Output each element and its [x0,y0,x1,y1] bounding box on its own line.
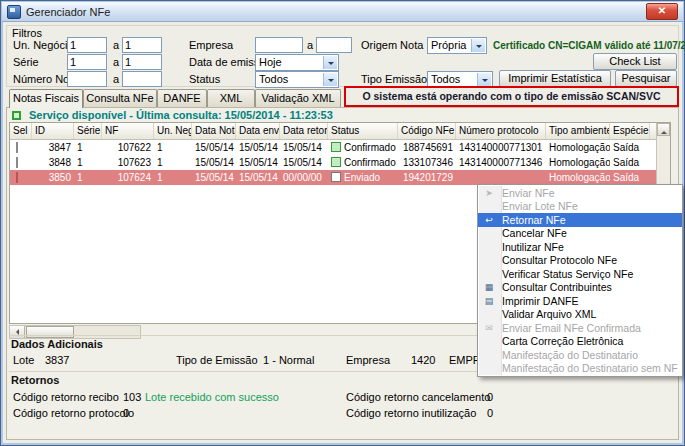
pesquisar-button[interactable]: Pesquisar [615,70,677,87]
close-button[interactable]: ✕ [646,3,678,20]
menu-item-carta-correcao-eletronica[interactable]: Carta Correção Eletrônica [478,335,682,349]
status-confirmed-icon [331,142,341,152]
serie-de-input[interactable] [67,54,107,70]
emission-mode-alert: O sistema está operando com o tipo de em… [344,86,679,107]
app-icon [7,5,21,19]
origem-nota-label: Origem Nota [361,39,423,51]
horizontal-scrollbar[interactable] [9,325,141,339]
col-un-neg[interactable]: Un. Neg. [154,123,192,139]
col-data-nota[interactable]: Data Nota [192,123,236,139]
menu-item-cancelar-nfe[interactable]: Cancelar NFe [478,227,682,241]
window-title: Gerenciador NFe [26,6,110,18]
empresa-dados-value: 1420 [411,354,435,366]
col-especie[interactable]: Espécie [610,123,650,139]
tab-xml[interactable]: XML [207,89,255,107]
certificado-status: Certificado CN=CIGAM válido até 11/07/20… [493,40,685,51]
contacts-icon: ▦ [478,282,500,292]
tab-notas-fiscais[interactable]: Notas Fiscais [9,89,83,108]
a-label: a [113,73,119,85]
menu-item-verificar-status-servico-nfe[interactable]: Verificar Status Serviço NFe [478,267,682,281]
status-confirmed-icon [331,157,341,167]
menu-item-consultar-protocolo-nfe[interactable]: Consultar Protocolo NFe [478,254,682,268]
menu-item-enviar-email-nfe-confirmada[interactable]: ✉ Enviar Email NFe Confirmada [478,321,682,335]
un-negocio-ate-input[interactable] [122,37,162,53]
codigo-retorno-protocolo-label: Código retorno protocolo [13,407,134,419]
return-icon: ↩ [478,215,500,225]
menu-item-enviar-nfe[interactable]: ➤ Enviar NFe [478,186,682,200]
gerenciador-nfe-window: Gerenciador NFe ✕ Filtros Un. Negócio a … [0,0,685,446]
lote-label: Lote [13,354,34,366]
menu-item-validar-arquivo-xml[interactable]: Validar Arquivo XML [478,308,682,322]
imprimir-estatistica-button[interactable]: Imprimir Estatística [499,70,611,87]
filters-title: Filtros [12,27,42,39]
table-row-selected[interactable]: 3850 1 107624 1 15/05/14 15/05/14 00/00/… [10,170,670,185]
menu-item-consultar-contribuintes[interactable]: ▦ Consultar Contribuintes [478,281,682,295]
scroll-left-icon[interactable] [10,326,25,338]
tab-consulta-nfe[interactable]: Consulta NFe [83,89,157,107]
numero-nota-ate-input[interactable] [122,71,162,87]
service-available-icon [12,111,21,120]
table-row[interactable]: 3848 1 107623 1 15/05/14 15/05/14 15/05/… [10,155,670,170]
scrollbar-thumb[interactable] [26,326,74,338]
dados-adicionais-title: Dados Adicionais [11,338,103,350]
origem-nota-select[interactable]: Própria [427,37,487,54]
codigo-retorno-recibo-value: 103 [123,391,141,403]
email-icon: ✉ [478,323,500,333]
tipo-emissao-dados-value: 1 - Normal [263,354,314,366]
col-sel[interactable]: Sel [10,123,32,139]
col-tipo-ambiente[interactable]: Tipo ambiente [546,123,610,139]
status-sent-icon [331,172,341,182]
status-select[interactable]: Todos [255,71,339,88]
printer-icon: ▤ [478,296,500,306]
codigo-retorno-cancelamento-value: 0 [487,391,493,403]
codigo-retorno-cancelamento-label: Código retorno cancelamento [346,391,490,403]
service-status-text: Serviço disponível - Última consulta: 15… [29,109,333,121]
serie-ate-input[interactable] [122,54,162,70]
col-codigo-nfe[interactable]: Código NFe [398,123,456,139]
col-nf[interactable]: NF [102,123,154,139]
col-id[interactable]: ID [32,123,74,139]
codigo-retorno-recibo-label: Código retorno recibo [13,391,119,403]
menu-item-enviar-lote-nfe[interactable]: Enviar Lote NFe [478,200,682,214]
col-status[interactable]: Status [328,123,398,139]
row-checkbox[interactable] [16,157,18,168]
col-data-retorno[interactable]: Data retorno [280,123,328,139]
menu-item-manifestacao-destinatario-sem-nf[interactable]: Manifestação do Destinatario sem NF [478,362,682,376]
empresa-ate-input[interactable] [316,37,352,53]
status-label: Status [189,73,220,85]
a-label: a [113,39,119,51]
send-icon: ➤ [478,188,500,198]
codigo-retorno-inutilizacao-label: Código retorno inutilização [346,407,476,419]
table-row[interactable]: 3847 1 107622 1 15/05/14 15/05/14 15/05/… [10,140,670,155]
menu-item-inutilizar-nfe[interactable]: Inutilizar NFe [478,240,682,254]
numero-nota-de-input[interactable] [67,71,107,87]
a-label: a [113,56,119,68]
codigo-retorno-inutilizacao-value: 0 [487,407,493,419]
scroll-up-icon[interactable] [657,123,670,136]
screenshot: Gerenciador NFe ✕ Filtros Un. Negócio a … [0,0,685,446]
menu-item-manifestacao-destinatario[interactable]: Manifestação do Destinatario [478,348,682,362]
check-list-button[interactable]: Check List [593,53,677,70]
row-checkbox[interactable] [16,142,18,153]
col-numero-protocolo[interactable]: Número protocolo [456,123,546,139]
row-checkbox[interactable] [16,172,18,183]
menu-item-retornar-nfe[interactable]: ↩ Retornar NFe [478,213,682,227]
tab-validacao-xml[interactable]: Validação XML [255,89,341,107]
un-negocio-de-input[interactable] [67,37,107,53]
recibo-message: Lote recebido com sucesso [145,391,279,403]
tipo-emissao-label: Tipo Emissão [361,73,427,85]
nfe-context-menu: ➤ Enviar NFe Enviar Lote NFe ↩ Retornar … [477,184,683,377]
table-header[interactable]: Sel ID Série NF Un. Neg. Data Nota Data … [10,123,670,140]
title-bar[interactable]: Gerenciador NFe ✕ [2,2,683,22]
data-emissao-select[interactable]: Hoje [255,54,339,71]
empresa-label: Empresa [189,39,233,51]
col-serie[interactable]: Série [74,123,102,139]
col-data-envio[interactable]: Data envio [236,123,280,139]
menu-item-imprimir-danfe[interactable]: ▤ Imprimir DANFE [478,294,682,308]
retornos-title: Retornos [11,374,59,386]
tab-danfe[interactable]: DANFE [157,89,207,107]
empresa-de-input[interactable] [255,37,303,53]
lote-value: 3837 [45,354,69,366]
empresa-dados-label: Empresa [346,354,390,366]
tipo-emissao-dados-label: Tipo de Emissão [176,354,258,366]
